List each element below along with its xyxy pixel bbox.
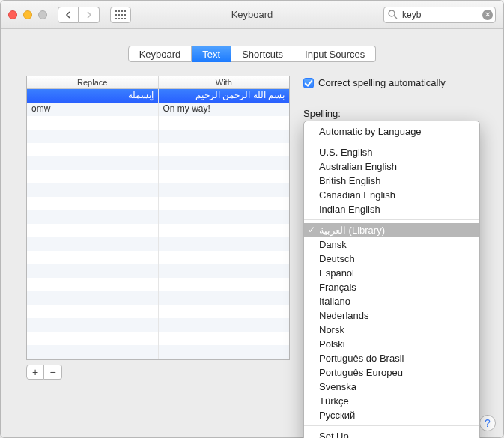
menu-item[interactable]: Français [304, 280, 479, 294]
help-button[interactable]: ? [479, 415, 496, 431]
svg-rect-1 [118, 10, 120, 12]
table-row-empty[interactable] [27, 345, 289, 359]
svg-rect-5 [118, 14, 120, 16]
menu-item[interactable]: British English [304, 174, 479, 188]
forward-button[interactable] [79, 7, 100, 23]
col-replace[interactable]: Replace [27, 76, 159, 88]
content-area: KeyboardTextShortcutsInput Sources Repla… [1, 29, 503, 437]
add-remove-controls: + − [26, 365, 62, 380]
svg-rect-6 [121, 14, 123, 16]
tab-input-sources[interactable]: Input Sources [294, 46, 376, 62]
table-row-empty[interactable] [27, 291, 289, 305]
menu-item[interactable]: Deutsch [304, 252, 479, 266]
clear-search-button[interactable]: ✕ [482, 10, 493, 20]
menu-item[interactable]: Norsk [304, 323, 479, 337]
nav-back-forward [58, 7, 100, 23]
table-row-empty[interactable] [27, 251, 289, 264]
show-all-button[interactable] [110, 7, 131, 23]
table-row-empty[interactable] [27, 305, 289, 318]
close-window-button[interactable] [8, 10, 17, 19]
table-row-empty[interactable] [27, 210, 289, 224]
add-button[interactable]: + [26, 365, 44, 380]
tab-keyboard[interactable]: Keyboard [128, 46, 192, 62]
grid-icon [115, 10, 126, 19]
menu-item[interactable]: Set Up… [304, 429, 479, 438]
menu-item[interactable]: Canadian English [304, 188, 479, 202]
svg-rect-4 [115, 14, 117, 16]
tab-text[interactable]: Text [192, 46, 231, 62]
spelling-dropdown-menu[interactable]: Automatic by LanguageU.S. EnglishAustral… [303, 121, 480, 438]
svg-rect-10 [121, 18, 123, 19]
table-row-empty[interactable] [27, 278, 289, 291]
titlebar: Keyboard ✕ [1, 1, 503, 29]
menu-item[interactable]: Nederlands [304, 308, 479, 323]
cell-with[interactable]: بسم الله الرحمن الرحيم [159, 89, 290, 103]
cell-with[interactable]: On my way! [159, 103, 290, 116]
cell-replace[interactable]: omw [27, 103, 159, 116]
menu-item[interactable]: Italiano [304, 294, 479, 308]
table-row-empty[interactable] [27, 264, 289, 278]
table-row-empty[interactable] [27, 224, 289, 237]
search-input[interactable] [383, 7, 496, 23]
menu-item[interactable]: Polski [304, 337, 479, 351]
menu-item[interactable]: Русский [304, 408, 479, 422]
table-row-empty[interactable] [27, 170, 289, 183]
svg-rect-11 [124, 18, 126, 19]
menu-item[interactable]: U.S. English [304, 145, 479, 159]
menu-item[interactable]: Indian English [304, 202, 479, 216]
menu-separator [304, 142, 479, 142]
svg-rect-7 [124, 14, 126, 16]
table-row-empty[interactable] [27, 130, 289, 143]
correct-spelling-checkbox[interactable]: Correct spelling automatically [303, 77, 478, 88]
spelling-label: Spelling: [303, 108, 478, 119]
table-body: إبسملةبسم الله الرحمن الرحيمomwOn my way… [27, 89, 289, 359]
menu-item[interactable]: Português Europeu [304, 365, 479, 380]
svg-rect-3 [124, 10, 126, 12]
table-row[interactable]: omwOn my way! [27, 103, 289, 116]
menu-item[interactable]: Australian English [304, 159, 479, 174]
prefs-window: Keyboard ✕ KeyboardTextShortcutsInput So… [0, 0, 504, 438]
menu-item[interactable]: Svenska [304, 380, 479, 394]
tabs: KeyboardTextShortcutsInput Sources [128, 46, 377, 62]
table-row[interactable]: إبسملةبسم الله الرحمن الرحيم [27, 89, 289, 103]
minimize-window-button[interactable] [23, 10, 32, 19]
table-row-empty[interactable] [27, 143, 289, 156]
table-row-empty[interactable] [27, 156, 289, 170]
chevron-left-icon [65, 11, 71, 19]
chevron-right-icon [86, 11, 92, 19]
svg-rect-8 [115, 18, 117, 19]
table-row-empty[interactable] [27, 183, 289, 197]
menu-separator [304, 425, 479, 426]
menu-item[interactable]: Türkçe [304, 394, 479, 408]
correct-spelling-label: Correct spelling automatically [318, 77, 446, 88]
cell-replace[interactable]: إبسملة [27, 89, 159, 103]
svg-rect-0 [115, 10, 117, 12]
svg-rect-2 [121, 10, 123, 12]
search-icon [388, 10, 398, 19]
col-with[interactable]: With [159, 76, 290, 88]
menu-item[interactable]: Automatic by Language [304, 124, 479, 139]
search-wrap: ✕ [383, 7, 496, 23]
svg-line-13 [394, 16, 397, 19]
table-row-empty[interactable] [27, 332, 289, 345]
menu-separator [304, 219, 479, 220]
table-row-empty[interactable] [27, 237, 289, 251]
menu-item[interactable]: العربية (Library) [304, 223, 479, 237]
remove-button[interactable]: − [44, 365, 62, 380]
right-pane: Correct spelling automatically Spelling:… [303, 76, 478, 122]
back-button[interactable] [58, 7, 79, 23]
menu-item[interactable]: Español [304, 266, 479, 280]
table-header: Replace With [27, 76, 289, 89]
table-row-empty[interactable] [27, 318, 289, 332]
zoom-window-button[interactable] [38, 10, 47, 19]
svg-point-12 [389, 10, 395, 16]
tab-shortcuts[interactable]: Shortcuts [231, 46, 294, 62]
menu-item[interactable]: Português do Brasil [304, 351, 479, 365]
svg-rect-9 [118, 18, 120, 19]
checkbox-icon [303, 78, 314, 88]
menu-item[interactable]: Dansk [304, 237, 479, 252]
table-row-empty[interactable] [27, 116, 289, 130]
window-controls [8, 10, 47, 19]
table-row-empty[interactable] [27, 197, 289, 210]
replacements-table[interactable]: Replace With إبسملةبسم الله الرحمن الرحي… [26, 76, 290, 360]
